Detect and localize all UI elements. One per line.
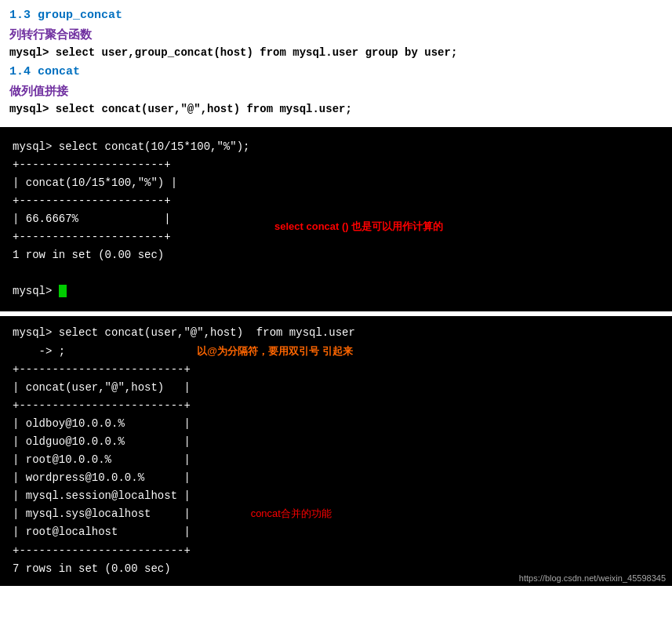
heading-group-concat: 1.3 group_concat <box>9 6 663 25</box>
terminal-2: mysql> select concat(user,"@",host) from… <box>0 316 672 585</box>
sql-line-concat: mysql> select concat(user,"@",host) from… <box>9 100 663 119</box>
chinese-concat: 做列值拼接 <box>9 82 663 100</box>
watermark: https://blog.csdn.net/weixin_45598345 <box>519 573 666 583</box>
chinese-group-concat: 列转行聚合函数 <box>9 25 663 44</box>
terminal-2-text: mysql> select concat(user,"@",host) from… <box>0 324 672 577</box>
cursor-block <box>59 285 67 297</box>
top-section: 1.3 group_concat 列转行聚合函数 mysql> select u… <box>0 0 672 127</box>
heading-concat: 1.4 concat <box>9 63 663 82</box>
terminal-1-annotation: select concat () 也是可以用作计算的 <box>274 220 443 234</box>
terminal-2-annotation-1: 以@为分隔符，要用双引号 引起来 <box>197 345 352 357</box>
terminal-1: mysql> select concat(10/15*100,"%"); +--… <box>0 127 672 312</box>
sql-line-group-concat: mysql> select user,group_concat(host) fr… <box>9 44 663 63</box>
